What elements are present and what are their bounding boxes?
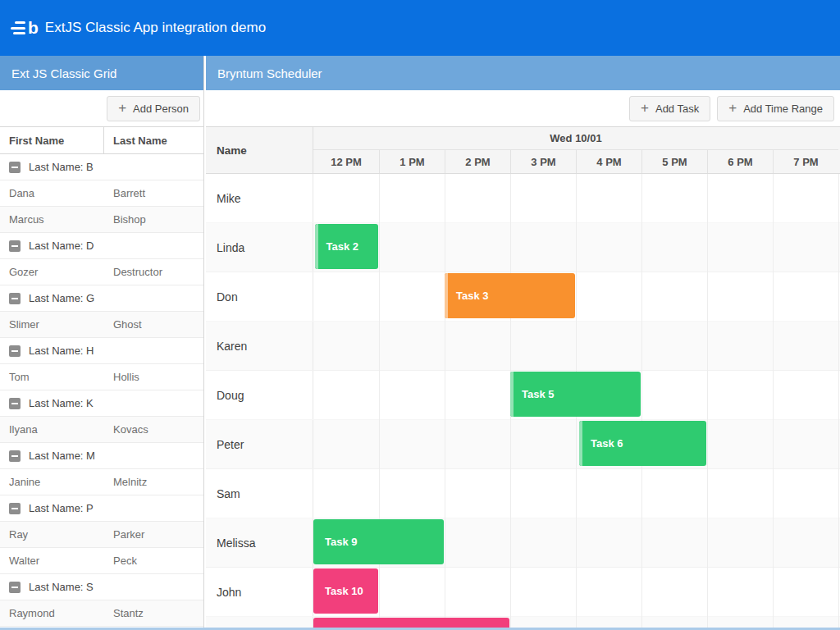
hour-header-row: 12 PM1 PM2 PM3 PM4 PM5 PM6 PM7 PM: [313, 150, 840, 173]
collapse-minus-icon[interactable]: [9, 293, 21, 304]
column-header-first-name[interactable]: First Name: [0, 127, 104, 153]
task-event-bar[interactable]: Task 6: [579, 421, 706, 466]
last-name-cell: Destructor: [104, 266, 203, 278]
task-event-bar[interactable]: Task 2: [315, 224, 378, 269]
group-row[interactable]: Last Name: H: [0, 338, 203, 364]
group-row[interactable]: Last Name: K: [0, 390, 203, 417]
resource-name-cell: [206, 617, 313, 628]
add-task-label: Add Task: [655, 103, 699, 115]
task-event-bar[interactable]: Task 9: [313, 519, 444, 564]
group-label: Last Name: P: [29, 502, 94, 514]
hour-header-cell: 2 PM: [445, 150, 510, 173]
group-label: Last Name: M: [29, 450, 95, 462]
grid-panel-title: Ext JS Classic Grid: [11, 66, 116, 80]
first-name-cell: Janine: [0, 476, 104, 488]
last-name-cell: Ghost: [104, 318, 203, 331]
group-row[interactable]: Last Name: D: [0, 233, 203, 259]
task-event-bar[interactable]: Task 5: [510, 372, 641, 417]
resource-name-cell: Peter: [206, 420, 313, 468]
table-row[interactable]: RayParker: [0, 522, 203, 548]
resource-name-cell: Doug: [206, 371, 313, 419]
first-name-cell: Walter: [0, 555, 104, 567]
scheduler-row[interactable]: Melissa: [206, 518, 840, 568]
event-label: Task 9: [325, 536, 358, 548]
group-label: Last Name: G: [29, 292, 94, 304]
grid-panel: Ext JS Classic Grid + Add Person First N…: [0, 56, 204, 628]
column-header-last-name[interactable]: Last Name: [104, 127, 203, 153]
table-row[interactable]: GozerDestructor: [0, 259, 203, 285]
plus-icon: +: [118, 101, 126, 115]
first-name-cell: Ilyana: [0, 423, 104, 436]
app-header: b ExtJS Classic App integration demo: [0, 0, 840, 56]
last-name-cell: Kovacs: [104, 423, 203, 436]
table-row[interactable]: WalterPeck: [0, 548, 203, 574]
add-task-button[interactable]: + Add Task: [629, 96, 710, 121]
group-row[interactable]: Last Name: P: [0, 495, 203, 522]
resource-name-cell: Sam: [206, 469, 313, 518]
name-column-header[interactable]: Name: [206, 127, 313, 173]
resource-name-cell: John: [206, 568, 313, 616]
scheduler-row[interactable]: [206, 617, 840, 628]
grid-rows: Last Name: BDanaBarrettMarcusBishopLast …: [0, 154, 203, 628]
scheduler-row[interactable]: John: [206, 568, 840, 617]
hour-header-cell: 1 PM: [379, 150, 445, 173]
group-row[interactable]: Last Name: M: [0, 443, 203, 469]
add-time-range-button[interactable]: + Add Time Range: [717, 96, 834, 121]
first-name-cell: Dana: [0, 187, 104, 199]
last-name-cell: Stantz: [104, 607, 203, 619]
logo-lines: [11, 21, 25, 36]
first-name-cell: Slimer: [0, 318, 104, 331]
hour-header-cell: 6 PM: [707, 150, 773, 173]
time-axis-header: Wed 10/01 12 PM1 PM2 PM3 PM4 PM5 PM6 PM7…: [313, 127, 840, 173]
table-row[interactable]: DanaBarrett: [0, 180, 203, 207]
table-row[interactable]: SlimerGhost: [0, 312, 203, 338]
hour-gridline: [707, 174, 708, 628]
event-left-stripe: [579, 421, 582, 466]
add-person-label: Add Person: [133, 103, 189, 115]
collapse-minus-icon[interactable]: [9, 450, 21, 462]
task-event-bar[interactable]: Task 3: [445, 273, 575, 318]
table-row[interactable]: TomHollis: [0, 364, 203, 390]
task-event-bar[interactable]: [313, 618, 509, 628]
table-row[interactable]: MarcusBishop: [0, 207, 203, 233]
table-row[interactable]: RaymondStantz: [0, 600, 203, 627]
scheduler-row[interactable]: Linda: [206, 223, 840, 272]
scheduler-row[interactable]: Mike: [206, 174, 840, 223]
event-left-stripe: [315, 224, 318, 269]
first-name-cell: Tom: [0, 371, 104, 383]
event-label: Task 3: [456, 290, 489, 302]
first-name-cell: Ray: [0, 528, 104, 541]
event-label: Task 5: [522, 388, 555, 400]
group-label: Last Name: K: [29, 397, 94, 409]
resource-name-cell: Linda: [206, 223, 313, 272]
add-person-button[interactable]: + Add Person: [107, 96, 200, 121]
hour-gridline: [641, 174, 642, 628]
hour-gridline: [445, 174, 445, 628]
collapse-minus-icon[interactable]: [9, 345, 21, 357]
collapse-minus-icon[interactable]: [9, 398, 21, 409]
hour-header-cell: 5 PM: [641, 150, 707, 173]
table-row[interactable]: JanineMelnitz: [0, 469, 203, 495]
hour-header-cell: 7 PM: [773, 150, 838, 173]
group-label: Last Name: H: [29, 345, 94, 357]
scheduler-header: Name Wed 10/01 12 PM1 PM2 PM3 PM4 PM5 PM…: [206, 127, 840, 174]
grid-toolbar: + Add Person: [0, 90, 203, 127]
scheduler-body: MikeLindaDonKarenDougPeterSamMelissaJohn…: [206, 174, 840, 628]
scheduler-row[interactable]: Peter: [206, 420, 840, 469]
collapse-minus-icon[interactable]: [9, 503, 21, 514]
collapse-minus-icon[interactable]: [9, 582, 21, 593]
group-row[interactable]: Last Name: B: [0, 154, 203, 180]
last-name-cell: Hollis: [104, 371, 203, 383]
last-name-cell: Barrett: [104, 187, 203, 199]
scheduler-row[interactable]: Sam: [206, 469, 840, 518]
collapse-minus-icon[interactable]: [9, 162, 21, 173]
task-event-bar[interactable]: Task 10: [313, 568, 378, 614]
last-name-cell: Bishop: [104, 213, 203, 226]
group-row[interactable]: Last Name: G: [0, 285, 203, 312]
group-row[interactable]: Last Name: S: [0, 574, 203, 600]
collapse-minus-icon[interactable]: [9, 240, 21, 252]
scheduler-row[interactable]: Karen: [206, 322, 840, 371]
plus-icon: +: [728, 101, 737, 115]
first-name-cell: Marcus: [0, 213, 104, 226]
table-row[interactable]: IlyanaKovacs: [0, 417, 203, 443]
